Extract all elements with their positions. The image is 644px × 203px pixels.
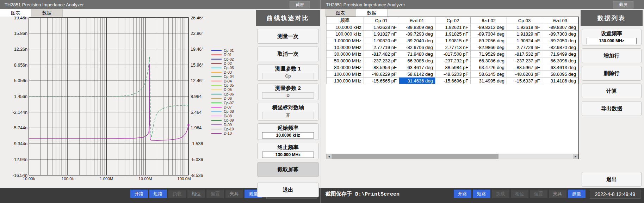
table-cell[interactable]: 100.000 kHz [327, 31, 364, 37]
table-cell[interactable]: 1.92621 nF [435, 24, 471, 31]
export-data-button[interactable]: 导出数据 [582, 101, 642, 116]
tab-chart[interactable]: 图表 [325, 9, 356, 17]
table-cell[interactable]: 2.77729 nF [507, 44, 542, 51]
table-cell[interactable]: 66.3086 deg [471, 57, 507, 64]
add-row-button[interactable]: 增加行 [582, 48, 642, 63]
table-cell[interactable]: -89.2040 deg [399, 37, 435, 44]
table-cell[interactable]: -89.7304 deg [471, 31, 507, 37]
column-header[interactable]: Cp-01 [364, 17, 399, 24]
table-cell[interactable]: -15.6565 pF [364, 78, 399, 84]
table-cell[interactable]: -89.2056 deg [471, 37, 507, 44]
start-frequency-button[interactable]: 起始频率10.0000 kHz [257, 123, 319, 140]
table-cell[interactable]: 2.77719 nF [364, 44, 399, 51]
table-cell[interactable]: -48.6229 pF [364, 71, 399, 78]
table-cell[interactable]: -237.232 pF [364, 57, 399, 64]
table-cell[interactable]: -48.6203 pF [435, 71, 471, 78]
table-cell[interactable]: -89.2050 deg [542, 37, 578, 44]
stop-frequency-value-input[interactable]: 130.000 MHz [262, 152, 314, 158]
table-cell[interactable]: 58.6145 deg [471, 71, 507, 78]
table-cell[interactable]: -89.7293 deg [399, 31, 435, 37]
bias-status-button[interactable]: 偏置 [206, 190, 224, 198]
load-status-button[interactable]: 负载 [168, 190, 186, 198]
table-cell[interactable]: 130.000 MHz [327, 78, 364, 84]
scrollbar-thumb[interactable] [332, 154, 499, 159]
table-cell[interactable]: 1.91829 nF [507, 31, 542, 37]
table-cell[interactable]: 100.000 MHz [327, 71, 364, 78]
table-cell[interactable]: 50.0000 MHz [327, 57, 364, 64]
column-header[interactable]: Cp-02 [435, 17, 471, 24]
table-cell[interactable]: -89.8309 deg [399, 24, 435, 31]
table-cell[interactable]: -15.6696 pF [435, 78, 471, 84]
table-cell[interactable]: 1.00000 MHz [327, 37, 364, 44]
set-frequency-value-input[interactable]: 130.000 MHz [587, 38, 637, 44]
measure-param-2-button[interactable]: 测量参数 2D [257, 84, 319, 100]
set-frequency-button[interactable]: 设置频率130.000 MHz [582, 29, 642, 45]
horizontal-scrollbar[interactable]: ◄ ► [326, 154, 578, 159]
fixture-status-button[interactable]: 夹具 [225, 190, 243, 198]
table-cell[interactable]: 10.0000 kHz [327, 24, 364, 31]
table-cell[interactable]: -48.6203 pF [507, 71, 542, 78]
scroll-right-arrow-icon[interactable]: ► [573, 154, 578, 159]
stop-frequency-button[interactable]: 终止频率130.000 MHz [257, 143, 319, 159]
table-cell[interactable]: 71.9499 deg [542, 51, 578, 57]
table-cell[interactable]: 63.4617 deg [399, 64, 435, 71]
table-cell[interactable]: -88.5967 pF [507, 64, 542, 71]
scroll-left-arrow-icon[interactable]: ◄ [326, 154, 332, 159]
table-cell[interactable]: 66.3096 deg [542, 57, 578, 64]
tab-chart[interactable]: 图表 [0, 9, 31, 17]
table-cell[interactable]: 30.0000 MHz [327, 51, 364, 57]
open-circuit-status-button[interactable]: 开路 [454, 190, 471, 198]
calculate-button[interactable]: 计算 [582, 84, 642, 98]
table-cell[interactable]: -817.532 pF [507, 51, 542, 57]
capture-screen-button[interactable]: 截取屏幕 [257, 162, 319, 177]
exit-button[interactable]: 退出 [582, 172, 642, 187]
delete-row-button[interactable]: 删除行 [582, 66, 642, 81]
tab-data[interactable]: 数据 [31, 9, 63, 17]
table-cell[interactable]: 1.90820 nF [364, 37, 399, 44]
table-cell[interactable]: 58.6095 deg [542, 71, 578, 78]
start-frequency-value-input[interactable]: 10.0000 kHz [262, 132, 314, 139]
column-header[interactable]: θzd-02 [471, 17, 507, 24]
table-cell[interactable]: -88.5954 pF [364, 64, 399, 71]
screenshot-button[interactable]: 截屏 [290, 1, 310, 8]
load-status-button[interactable]: 负载 [492, 190, 509, 198]
open-circuit-status-button[interactable]: 开路 [130, 190, 148, 198]
table-cell[interactable]: 1.90815 nF [435, 37, 471, 44]
screenshot-button[interactable]: 截屏 [613, 1, 633, 8]
table-cell[interactable]: -817.482 pF [364, 51, 399, 57]
measure-status-button[interactable]: 测量 [568, 190, 586, 198]
short-circuit-status-button[interactable]: 短路 [149, 190, 167, 198]
table-cell[interactable]: -82.9866 deg [471, 44, 507, 51]
phase-status-button[interactable]: 相位 [511, 190, 528, 198]
selected-cell[interactable]: 31.4636 deg [399, 78, 435, 84]
column-header[interactable]: θzd-01 [399, 17, 435, 24]
table-cell[interactable]: -89.7303 deg [542, 31, 578, 37]
measure-once-button[interactable]: 测量一次 [257, 29, 319, 44]
exit-button[interactable]: 退出 [257, 183, 319, 197]
table-cell[interactable]: 1.91827 nF [364, 31, 399, 37]
table-cell[interactable]: 80.0000 MHz [327, 64, 364, 71]
table-cell[interactable]: 71.9480 deg [399, 51, 435, 57]
cancel-once-button[interactable]: 取消一次 [257, 47, 319, 61]
table-cell[interactable]: -237.232 pF [435, 57, 471, 64]
table-cell[interactable]: -82.9706 deg [399, 44, 435, 51]
measure-param-1-button[interactable]: 测量参数 1Cp [257, 64, 319, 81]
table-cell[interactable]: -88.5984 pF [435, 64, 471, 71]
bias-status-button[interactable]: 偏置 [530, 190, 547, 198]
column-header[interactable]: Cp-03 [507, 17, 542, 24]
column-header[interactable]: θzd-03 [542, 17, 578, 24]
table-cell[interactable]: -89.8313 deg [471, 24, 507, 31]
tab-data[interactable]: 数据 [356, 9, 388, 17]
table-cell[interactable]: -817.508 pF [435, 51, 471, 57]
table-cell[interactable]: 63.4613 deg [542, 64, 578, 71]
table-cell[interactable]: 31.4186 deg [542, 78, 578, 84]
table-cell[interactable]: 1.92628 nF [364, 24, 399, 31]
phase-status-button[interactable]: 相位 [187, 190, 205, 198]
table-cell[interactable]: 1.91825 nF [435, 31, 471, 37]
scrollbar-track[interactable] [499, 154, 573, 159]
table-cell[interactable]: 1.90824 nF [507, 37, 542, 44]
table-cell[interactable]: 10.0000 MHz [327, 44, 364, 51]
table-cell[interactable]: 31.4995 deg [471, 78, 507, 84]
column-header[interactable]: 频率 [327, 17, 364, 24]
table-cell[interactable]: -89.8307 deg [542, 24, 578, 31]
